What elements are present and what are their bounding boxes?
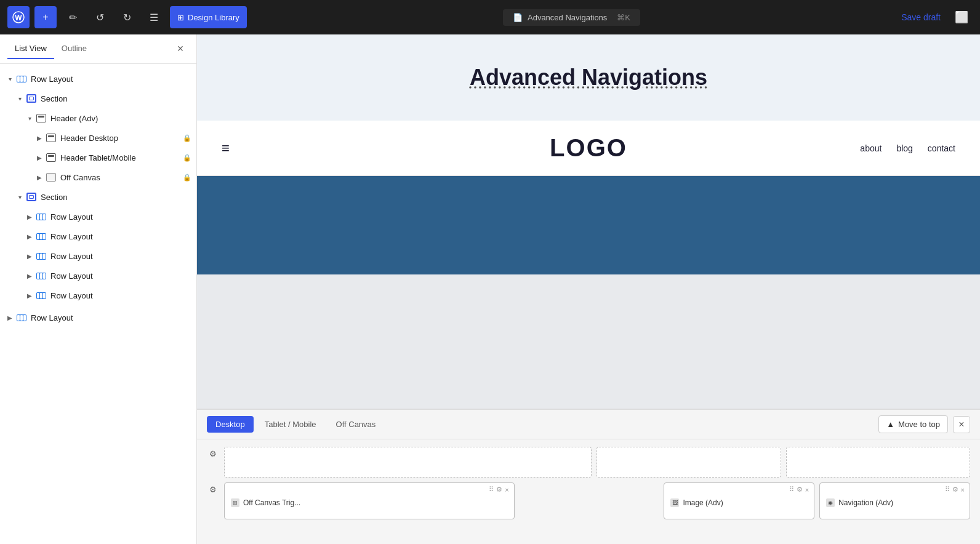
- redo-icon: ↻: [123, 12, 131, 23]
- tree-item-label: Header Desktop: [60, 134, 118, 143]
- tree-item-header-desktop[interactable]: ▶ Header Desktop 🔒: [0, 128, 196, 148]
- tab-tablet-mobile[interactable]: Tablet / Mobile: [256, 416, 325, 433]
- bottom-panel: Desktop Tablet / Mobile Off Canvas ▲ Mov…: [197, 409, 980, 544]
- tree-item-section-2[interactable]: ▾ Section: [0, 187, 196, 207]
- tree-item-row-layout-2[interactable]: ▶ Row Layout: [0, 207, 196, 226]
- tools-button[interactable]: ✏: [62, 6, 84, 28]
- panel-content: ⚙ ⚙ ⠿ ⚙: [197, 439, 980, 527]
- tree-item-row-layout-7[interactable]: ▶ Row Layout: [0, 308, 196, 327]
- tree-item-row-layout-6[interactable]: ▶ Row Layout: [0, 286, 196, 305]
- arrow-icon: ▶: [34, 172, 44, 182]
- section-icon: [26, 191, 37, 202]
- move-to-top-button[interactable]: ▲ Move to top: [878, 415, 948, 433]
- arrow-icon: ▶: [25, 212, 34, 222]
- save-draft-button[interactable]: Save draft: [896, 10, 946, 25]
- widget-drag-icon[interactable]: ⠿: [789, 486, 794, 494]
- widget-row-gear-icon[interactable]: ⚙: [207, 482, 219, 497]
- tab-list-view[interactable]: List View: [7, 39, 54, 59]
- arrow-icon: ▶: [25, 231, 34, 241]
- page-header-section: Advanced Navigations: [197, 34, 980, 121]
- widget-gear-icon[interactable]: ⚙: [496, 486, 502, 494]
- panel-widgets-row: ⚙ ⠿ ⚙ × ⊞ Off Canvas Trig...: [207, 482, 970, 519]
- nav-widget-icon: ◉: [826, 498, 835, 507]
- nav-link-contact[interactable]: contact: [928, 143, 955, 153]
- tree-item-label: Row Layout: [31, 313, 73, 322]
- tree-item-row-layout-5[interactable]: ▶ Row Layout: [0, 266, 196, 286]
- widget-image-label: Image (Adv): [683, 498, 723, 507]
- tab-outline[interactable]: Outline: [54, 39, 94, 59]
- widget-nav-header: ⠿ ⚙ ×: [825, 486, 965, 494]
- toolbar: W + ✏ ↺ ↻ ☰ ⊞ Design Library 📄 Advanced …: [0, 0, 980, 34]
- tree-item-row-layout-1[interactable]: ▾ Row Layout: [0, 69, 196, 89]
- row-layout-icon: [36, 211, 47, 222]
- widget-nav-label: Navigation (Adv): [838, 498, 893, 507]
- sidebar-close-button[interactable]: ×: [172, 41, 189, 58]
- tree: ▾ Row Layout ▾ Section ▾ Header (Adv) ▶ …: [0, 64, 196, 332]
- arrow-icon: ▾: [25, 113, 34, 123]
- tree-item-section-1[interactable]: ▾ Section: [0, 89, 196, 108]
- widget-close-icon[interactable]: ×: [805, 486, 809, 494]
- close-panel-button[interactable]: ×: [953, 416, 970, 433]
- panel-cell-1: [224, 447, 592, 478]
- toolbar-right: Save draft ⬜: [896, 6, 973, 28]
- tree-item-off-canvas[interactable]: ▶ Off Canvas 🔒: [0, 167, 196, 187]
- header-tablet-icon: [46, 152, 57, 163]
- page-name-button[interactable]: 📄 Advanced Navigations ⌘K: [503, 9, 640, 26]
- preview-button[interactable]: ⬜: [950, 6, 973, 28]
- toolbar-center: 📄 Advanced Navigations ⌘K: [252, 9, 891, 26]
- widget-drag-icon[interactable]: ⠿: [945, 486, 950, 494]
- undo-button[interactable]: ↺: [89, 6, 111, 28]
- tab-desktop[interactable]: Desktop: [207, 416, 254, 433]
- list-view-icon: ☰: [150, 12, 158, 23]
- nav-link-about[interactable]: about: [860, 143, 882, 153]
- tree-item-row-layout-3[interactable]: ▶ Row Layout: [0, 226, 196, 246]
- tree-item-label: Row Layout: [50, 271, 93, 281]
- tree-item-header-adv[interactable]: ▾ Header (Adv): [0, 108, 196, 128]
- widget-drag-icon[interactable]: ⠿: [489, 486, 494, 494]
- page-title: Advanced Navigations: [470, 65, 707, 90]
- arrow-icon: ▾: [15, 94, 25, 103]
- nav-links: about blog contact: [860, 143, 955, 153]
- widget-close-icon[interactable]: ×: [961, 486, 965, 494]
- canvas-area: Advanced Navigations ≡ LOGO about blog c…: [197, 34, 980, 409]
- widget-gear-icon[interactable]: ⚙: [952, 486, 958, 494]
- image-widget-icon: 🖼: [670, 498, 679, 507]
- row-layout-icon: [36, 231, 47, 242]
- tree-item-label: Header Tablet/Mobile: [60, 153, 136, 162]
- arrow-icon: ▶: [34, 153, 44, 162]
- svg-text:W: W: [15, 14, 22, 22]
- row-layout-icon: [16, 73, 27, 84]
- tab-off-canvas[interactable]: Off Canvas: [327, 416, 385, 433]
- arrow-icon: ▶: [5, 313, 15, 322]
- nav-section: ≡ LOGO about blog contact: [197, 121, 980, 176]
- main-layout: List View Outline × ▾ Row Layout ▾ Secti…: [0, 34, 980, 544]
- add-block-button[interactable]: +: [34, 6, 57, 28]
- redo-button[interactable]: ↻: [116, 6, 138, 28]
- tree-item-label: Row Layout: [50, 212, 93, 222]
- header-adv-icon: [36, 113, 47, 124]
- tree-item-label: Section: [41, 94, 67, 103]
- nav-link-blog[interactable]: blog: [896, 143, 912, 153]
- design-library-label: Design Library: [188, 13, 239, 22]
- off-canvas-widget-icon: ⊞: [231, 498, 239, 507]
- tree-item-row-layout-4[interactable]: ▶ Row Layout: [0, 246, 196, 266]
- undo-icon: ↺: [96, 12, 104, 23]
- chevron-up-icon: ▲: [886, 420, 894, 429]
- close-icon: ×: [958, 419, 964, 430]
- lock-icon: 🔒: [183, 134, 191, 142]
- tree-item-header-tablet[interactable]: ▶ Header Tablet/Mobile 🔒: [0, 148, 196, 167]
- list-view-button[interactable]: ☰: [143, 6, 165, 28]
- widget-gear-icon[interactable]: ⚙: [797, 486, 803, 494]
- row-layout-icon: [36, 250, 47, 262]
- bottom-panel-tabs: Desktop Tablet / Mobile Off Canvas ▲ Mov…: [197, 410, 980, 439]
- section-gear-icon[interactable]: ⚙: [207, 447, 219, 461]
- tree-item-label: Row Layout: [50, 291, 93, 300]
- tree-item-label: Row Layout: [50, 252, 93, 261]
- design-library-button[interactable]: ⊞ Design Library: [170, 6, 247, 28]
- nav-inner: ≡ LOGO about blog contact: [222, 140, 955, 156]
- arrow-icon: ▾: [15, 192, 25, 202]
- tree-item-label: Off Canvas: [60, 173, 100, 182]
- spacer-cell: [520, 482, 659, 519]
- header-desktop-icon: [46, 132, 57, 143]
- widget-close-icon[interactable]: ×: [505, 486, 508, 494]
